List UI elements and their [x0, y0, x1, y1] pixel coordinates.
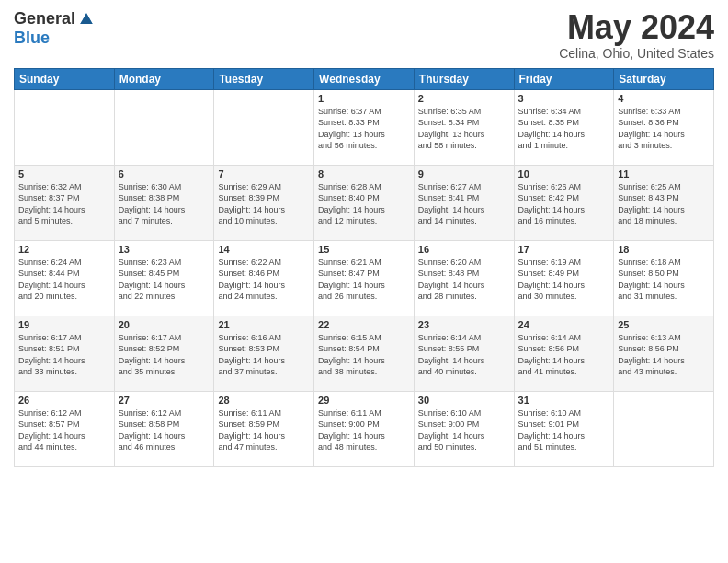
- calendar-cell: 23Sunrise: 6:14 AM Sunset: 8:55 PM Dayli…: [414, 316, 514, 391]
- calendar-week-0: 1Sunrise: 6:37 AM Sunset: 8:33 PM Daylig…: [15, 89, 714, 165]
- calendar-cell: 6Sunrise: 6:30 AM Sunset: 8:38 PM Daylig…: [114, 165, 214, 240]
- day-info: Sunrise: 6:14 AM Sunset: 8:55 PM Dayligh…: [418, 332, 510, 378]
- month-title: May 2024: [559, 9, 714, 46]
- day-number: 20: [119, 319, 210, 330]
- calendar-cell: 17Sunrise: 6:19 AM Sunset: 8:49 PM Dayli…: [514, 240, 614, 316]
- day-info: Sunrise: 6:25 AM Sunset: 8:43 PM Dayligh…: [618, 181, 710, 227]
- calendar-cell: 8Sunrise: 6:28 AM Sunset: 8:40 PM Daylig…: [314, 165, 415, 240]
- day-info: Sunrise: 6:35 AM Sunset: 8:34 PM Dayligh…: [418, 106, 510, 152]
- day-info: Sunrise: 6:29 AM Sunset: 8:39 PM Dayligh…: [218, 181, 310, 227]
- day-number: 21: [218, 319, 310, 330]
- header-friday: Friday: [514, 68, 614, 89]
- calendar-cell: 3Sunrise: 6:34 AM Sunset: 8:35 PM Daylig…: [514, 89, 614, 165]
- calendar-cell: 19Sunrise: 6:17 AM Sunset: 8:51 PM Dayli…: [15, 316, 115, 391]
- calendar-cell: 31Sunrise: 6:10 AM Sunset: 9:01 PM Dayli…: [514, 391, 614, 466]
- day-info: Sunrise: 6:21 AM Sunset: 8:47 PM Dayligh…: [318, 257, 410, 303]
- calendar-cell: 24Sunrise: 6:14 AM Sunset: 8:56 PM Dayli…: [514, 316, 614, 391]
- calendar-cell: 21Sunrise: 6:16 AM Sunset: 8:53 PM Dayli…: [214, 316, 314, 391]
- day-number: 17: [518, 244, 610, 255]
- logo-blue-text: Blue: [14, 29, 50, 48]
- logo: General Blue: [14, 9, 96, 48]
- calendar-cell: 25Sunrise: 6:13 AM Sunset: 8:56 PM Dayli…: [614, 316, 714, 391]
- day-number: 29: [318, 395, 410, 406]
- calendar-cell: [214, 89, 314, 165]
- day-info: Sunrise: 6:17 AM Sunset: 8:52 PM Dayligh…: [119, 332, 210, 378]
- day-number: 18: [618, 244, 710, 255]
- day-info: Sunrise: 6:15 AM Sunset: 8:54 PM Dayligh…: [318, 332, 410, 378]
- calendar-cell: 4Sunrise: 6:33 AM Sunset: 8:36 PM Daylig…: [614, 89, 714, 165]
- day-info: Sunrise: 6:28 AM Sunset: 8:40 PM Dayligh…: [318, 181, 410, 227]
- page: General Blue May 2024 Celina, Ohio, Unit…: [0, 0, 728, 563]
- day-info: Sunrise: 6:22 AM Sunset: 8:46 PM Dayligh…: [218, 257, 310, 303]
- day-number: 26: [18, 395, 110, 406]
- header-wednesday: Wednesday: [314, 68, 415, 89]
- calendar-header-row: Sunday Monday Tuesday Wednesday Thursday…: [15, 68, 714, 89]
- logo-general-text: General: [14, 9, 75, 29]
- calendar-cell: 2Sunrise: 6:35 AM Sunset: 8:34 PM Daylig…: [414, 89, 514, 165]
- day-info: Sunrise: 6:34 AM Sunset: 8:35 PM Dayligh…: [518, 106, 610, 152]
- calendar-cell: [114, 89, 214, 165]
- calendar-cell: 15Sunrise: 6:21 AM Sunset: 8:47 PM Dayli…: [314, 240, 415, 316]
- day-number: 19: [18, 319, 110, 330]
- calendar-cell: 29Sunrise: 6:11 AM Sunset: 9:00 PM Dayli…: [314, 391, 415, 466]
- calendar-week-3: 19Sunrise: 6:17 AM Sunset: 8:51 PM Dayli…: [15, 316, 714, 391]
- day-number: 13: [119, 244, 210, 255]
- day-info: Sunrise: 6:23 AM Sunset: 8:45 PM Dayligh…: [119, 257, 210, 303]
- day-number: 22: [318, 319, 410, 330]
- day-info: Sunrise: 6:24 AM Sunset: 8:44 PM Dayligh…: [18, 257, 110, 303]
- calendar-week-2: 12Sunrise: 6:24 AM Sunset: 8:44 PM Dayli…: [15, 240, 714, 316]
- calendar-cell: 26Sunrise: 6:12 AM Sunset: 8:57 PM Dayli…: [15, 391, 115, 466]
- calendar-cell: 12Sunrise: 6:24 AM Sunset: 8:44 PM Dayli…: [15, 240, 115, 316]
- day-info: Sunrise: 6:19 AM Sunset: 8:49 PM Dayligh…: [518, 257, 610, 303]
- logo-icon: [77, 10, 96, 29]
- day-number: 9: [418, 168, 510, 179]
- location: Celina, Ohio, United States: [559, 46, 714, 61]
- day-number: 27: [119, 395, 210, 406]
- day-number: 10: [518, 168, 610, 179]
- day-info: Sunrise: 6:33 AM Sunset: 8:36 PM Dayligh…: [618, 106, 710, 152]
- day-number: 28: [218, 395, 310, 406]
- day-info: Sunrise: 6:27 AM Sunset: 8:41 PM Dayligh…: [418, 181, 510, 227]
- day-info: Sunrise: 6:14 AM Sunset: 8:56 PM Dayligh…: [518, 332, 610, 378]
- day-info: Sunrise: 6:12 AM Sunset: 8:57 PM Dayligh…: [18, 408, 110, 454]
- day-info: Sunrise: 6:26 AM Sunset: 8:42 PM Dayligh…: [518, 181, 610, 227]
- day-number: 7: [218, 168, 310, 179]
- header-saturday: Saturday: [614, 68, 714, 89]
- header-tuesday: Tuesday: [214, 68, 314, 89]
- calendar-cell: 14Sunrise: 6:22 AM Sunset: 8:46 PM Dayli…: [214, 240, 314, 316]
- day-number: 2: [418, 93, 510, 104]
- calendar-cell: 16Sunrise: 6:20 AM Sunset: 8:48 PM Dayli…: [414, 240, 514, 316]
- calendar-week-4: 26Sunrise: 6:12 AM Sunset: 8:57 PM Dayli…: [15, 391, 714, 466]
- day-info: Sunrise: 6:13 AM Sunset: 8:56 PM Dayligh…: [618, 332, 710, 378]
- day-info: Sunrise: 6:12 AM Sunset: 8:58 PM Dayligh…: [119, 408, 210, 454]
- title-section: May 2024 Celina, Ohio, United States: [559, 9, 714, 61]
- header: General Blue May 2024 Celina, Ohio, Unit…: [14, 9, 714, 61]
- calendar-cell: 13Sunrise: 6:23 AM Sunset: 8:45 PM Dayli…: [114, 240, 214, 316]
- calendar-cell: 9Sunrise: 6:27 AM Sunset: 8:41 PM Daylig…: [414, 165, 514, 240]
- day-info: Sunrise: 6:37 AM Sunset: 8:33 PM Dayligh…: [318, 106, 410, 152]
- day-number: 31: [518, 395, 610, 406]
- calendar-cell: [15, 89, 115, 165]
- day-number: 16: [418, 244, 510, 255]
- day-info: Sunrise: 6:32 AM Sunset: 8:37 PM Dayligh…: [18, 181, 110, 227]
- day-number: 1: [318, 93, 410, 104]
- day-info: Sunrise: 6:10 AM Sunset: 9:00 PM Dayligh…: [418, 408, 510, 454]
- day-info: Sunrise: 6:18 AM Sunset: 8:50 PM Dayligh…: [618, 257, 710, 303]
- day-info: Sunrise: 6:16 AM Sunset: 8:53 PM Dayligh…: [218, 332, 310, 378]
- calendar-cell: 18Sunrise: 6:18 AM Sunset: 8:50 PM Dayli…: [614, 240, 714, 316]
- header-sunday: Sunday: [15, 68, 115, 89]
- calendar-cell: 11Sunrise: 6:25 AM Sunset: 8:43 PM Dayli…: [614, 165, 714, 240]
- header-monday: Monday: [114, 68, 214, 89]
- calendar-cell: 1Sunrise: 6:37 AM Sunset: 8:33 PM Daylig…: [314, 89, 415, 165]
- calendar-table: Sunday Monday Tuesday Wednesday Thursday…: [14, 68, 714, 467]
- svg-marker-1: [80, 13, 92, 24]
- day-number: 3: [518, 93, 610, 104]
- day-info: Sunrise: 6:11 AM Sunset: 8:59 PM Dayligh…: [218, 408, 310, 454]
- calendar-cell: 30Sunrise: 6:10 AM Sunset: 9:00 PM Dayli…: [414, 391, 514, 466]
- day-info: Sunrise: 6:20 AM Sunset: 8:48 PM Dayligh…: [418, 257, 510, 303]
- calendar-cell: 27Sunrise: 6:12 AM Sunset: 8:58 PM Dayli…: [114, 391, 214, 466]
- calendar-week-1: 5Sunrise: 6:32 AM Sunset: 8:37 PM Daylig…: [15, 165, 714, 240]
- day-number: 15: [318, 244, 410, 255]
- day-number: 14: [218, 244, 310, 255]
- day-info: Sunrise: 6:17 AM Sunset: 8:51 PM Dayligh…: [18, 332, 110, 378]
